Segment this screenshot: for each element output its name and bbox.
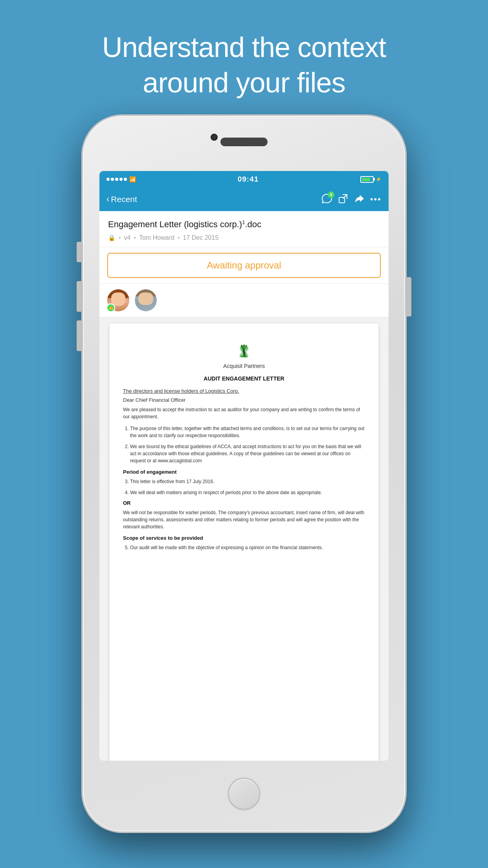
status-time: 09:41 xyxy=(238,175,259,184)
doc-item-2: We are bound by the ethical guidelines o… xyxy=(130,443,365,464)
file-meta: 🔒 • v4 • Tom Howard • 17 Dec 2015 xyxy=(108,234,380,241)
back-button[interactable]: ‹ Recent xyxy=(106,194,137,204)
doc-item-5: Our audit will be made with the objectiv… xyxy=(130,544,365,551)
phone-speaker xyxy=(220,138,268,146)
period-heading: Period of engagement xyxy=(123,469,365,475)
avatar-male xyxy=(135,289,157,311)
phone-screen: 📶 09:41 ⚡ ‹ Recent xyxy=(99,171,389,761)
phone-camera xyxy=(211,134,218,141)
approval-section: Awaiting approval xyxy=(99,247,389,284)
file-title: Engagement Letter (logistics corp.)1.doc xyxy=(108,219,380,230)
avatar-female: 👍 xyxy=(107,289,129,311)
home-button[interactable] xyxy=(228,778,260,810)
thumbs-up-badge: 👍 xyxy=(106,303,115,312)
doc-intro: We are pleased to accept the instruction… xyxy=(123,406,365,420)
wifi-icon: 📶 xyxy=(129,176,136,182)
signal-area: 📶 xyxy=(106,176,136,182)
battery-area: ⚡ xyxy=(360,176,382,183)
approval-badge: Awaiting approval xyxy=(107,253,381,278)
or-label: OR xyxy=(123,500,365,506)
chat-badge: 4 xyxy=(328,191,334,198)
nav-bar: ‹ Recent 4 xyxy=(99,188,389,211)
file-info-section: Engagement Letter (logistics corp.)1.doc… xyxy=(99,211,389,247)
avatars-section: 👍 xyxy=(99,284,389,317)
doc-address: The directors and license holders of Log… xyxy=(123,388,365,394)
document-preview: Acquisit Partners AUDIT ENGAGEMENT LETTE… xyxy=(99,317,389,761)
company-name: Acquisit Partners xyxy=(123,363,365,369)
doc-heading: AUDIT ENGAGEMENT LETTER xyxy=(123,375,365,382)
doc-salutation: Dear Chief Financial Officer xyxy=(123,397,365,403)
company-logo xyxy=(123,335,365,359)
open-button[interactable] xyxy=(338,193,348,205)
doc-item-4: We will deal with matters arising in res… xyxy=(130,489,365,496)
or-body: We will not be responsible for earlier p… xyxy=(123,509,365,530)
chat-button[interactable]: 4 xyxy=(321,193,332,205)
page-title: Understand the context around your files xyxy=(0,0,488,100)
more-button[interactable]: ••• xyxy=(370,194,382,204)
scope-heading: Scope of services to be provided xyxy=(123,535,365,541)
lock-icon: 🔒 xyxy=(108,234,116,241)
forward-button[interactable] xyxy=(354,194,365,205)
phone-device: 📶 09:41 ⚡ ‹ Recent xyxy=(83,116,405,831)
doc-item-1: The purpose of this letter, together wit… xyxy=(130,425,365,439)
status-bar: 📶 09:41 ⚡ xyxy=(99,171,389,188)
svg-line-1 xyxy=(343,195,347,199)
doc-item-3: This letter is effective from 17 July 20… xyxy=(130,478,365,485)
